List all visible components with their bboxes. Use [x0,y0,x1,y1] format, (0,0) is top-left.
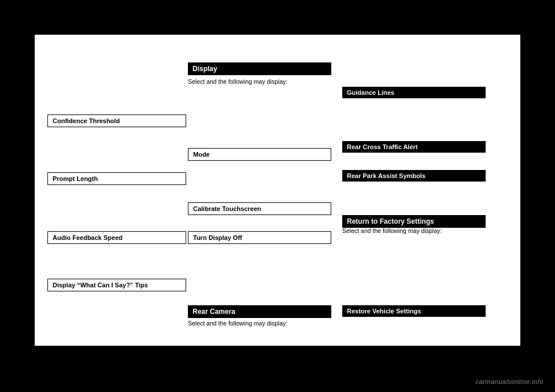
prompt-length-box: Prompt Length [47,172,186,185]
confidence-threshold-box: Confidence Threshold [47,114,186,127]
mode-box: Mode [188,148,331,161]
calibrate-touchscreen-box: Calibrate Touchscreen [188,202,331,215]
rear-camera-subtext: Select and the following may display: [188,319,331,328]
return-factory-box: Return to Factory Settings [342,215,486,228]
rear-camera-box: Rear Camera [188,305,331,318]
display-subtext: Select and the following may display: [188,77,327,86]
restore-vehicle-box: Restore Vehicle Settings [342,305,486,317]
audio-feedback-box: Audio Feedback Speed [47,231,186,244]
watermark: carmanualsonline.info [475,378,543,385]
display-tips-box: Display “What Can I Say?” Tips [47,279,186,291]
page: Display Select and the following may dis… [0,0,555,392]
rear-park-assist-box: Rear Park Assist Symbols [342,170,486,182]
display-header-label: Display [193,65,217,73]
rear-cross-traffic-box: Rear Cross Traffic Alert [342,141,486,153]
turn-display-off-box: Turn Display Off [188,231,331,244]
display-header-box: Display [188,62,331,75]
guidance-lines-box: Guidance Lines [342,87,486,98]
return-factory-subtext: Select and the following may display: [342,227,486,235]
content-area: Display Select and the following may dis… [35,35,520,346]
